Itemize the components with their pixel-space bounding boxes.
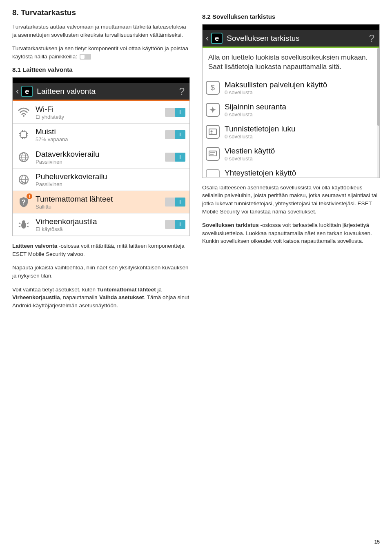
android-status-bar: [13, 78, 189, 83]
body-paragraph: Osalla laitteeseen asennetuista sovelluk…: [202, 184, 380, 215]
screenshot-device-audit: ‹ e Laitteen valvonta ? Wi-Fi Ei yhdiste…: [12, 77, 190, 236]
chip-icon: [16, 127, 31, 142]
row-title: Virheenkorjaustila: [36, 217, 165, 226]
section-heading: 8. Turvatarkastus: [12, 8, 190, 17]
toggle-paragraph-text: Turvatarkastuksen ja sen tietyt komponen…: [12, 45, 188, 60]
app-header[interactable]: ‹ e Laitteen valvonta ?: [13, 83, 189, 100]
svg-point-26: [211, 131, 213, 133]
scrollbar[interactable]: [377, 48, 379, 178]
device-row-debug-mode[interactable]: Virheenkorjaustila Ei käytössä: [13, 213, 189, 236]
row-sub: 0 sovellusta: [225, 89, 373, 95]
category-row-location[interactable]: Sijainnin seuranta 0 sovellusta: [203, 99, 377, 121]
row-sub: Sallittu: [36, 204, 165, 210]
svg-point-0: [23, 115, 24, 117]
row-sub: Ei yhdistetty: [36, 114, 165, 120]
eset-logo-icon: e: [211, 33, 223, 44]
body-text: , napauttamalla: [60, 294, 99, 300]
bold-term: Laitteen valvonta: [12, 243, 57, 249]
message-icon: [206, 147, 220, 161]
toggle-switch[interactable]: [165, 198, 185, 207]
body-text: ja: [156, 286, 162, 293]
svg-line-23: [27, 223, 29, 224]
category-row-contacts-cutoff[interactable]: Yhteystietojen käyttö: [203, 165, 377, 178]
body-paragraph: Napauta jokaista vaihtoehtoa, niin näet …: [12, 264, 190, 280]
row-sub: Ei käytössä: [36, 226, 165, 232]
wifi-icon: [16, 104, 31, 120]
subsection-heading-8-1: 8.1 Laitteen valvonta: [12, 66, 190, 73]
back-icon[interactable]: ‹: [206, 33, 209, 44]
row-title: Viestien käyttö: [225, 147, 373, 155]
row-title: Puheluverkkovierailu: [36, 172, 185, 181]
device-row-data-roaming[interactable]: Dataverkkovierailu Passiivinen: [13, 146, 189, 169]
back-icon[interactable]: ‹: [16, 86, 19, 97]
row-sub: 0 sovellusta: [225, 155, 373, 162]
eset-logo-icon: e: [21, 86, 33, 97]
app-header[interactable]: ‹ e Sovelluksen tarkistus ?: [203, 30, 379, 47]
row-title: Maksullisten palvelujen käyttö: [225, 80, 373, 89]
help-icon[interactable]: ?: [368, 33, 376, 44]
screenshot-intro-text: Alla on luettelo luokista sovellusoikeuk…: [203, 48, 377, 77]
row-title: Tuntemattomat lähteet: [36, 195, 165, 204]
id-card-icon: [206, 125, 220, 139]
svg-text:?: ?: [22, 199, 26, 206]
android-status-bar: [203, 24, 379, 30]
category-row-identity[interactable]: Tunnistetietojen luku 0 sovellusta: [203, 121, 377, 143]
svg-line-24: [27, 226, 29, 227]
app-header-title: Sovelluksen tarkistus: [227, 34, 367, 43]
row-sub: 0 sovellusta: [225, 133, 373, 140]
row-sub: Passiivinen: [36, 159, 165, 165]
svg-line-21: [19, 223, 20, 224]
scrollbar-thumb[interactable]: [377, 48, 379, 126]
body-text: Voit vaihtaa tietyt asetukset, kuten: [12, 286, 97, 293]
globe-phone-icon: [16, 172, 31, 187]
app-header-title: Laitteen valvonta: [37, 87, 177, 96]
device-row-call-roaming[interactable]: Puheluverkkovierailu Passiivinen: [13, 169, 189, 191]
toggle-icon-inline: [80, 54, 91, 60]
bold-term: Sovelluksen tarkistus: [202, 222, 259, 228]
bold-term: Virheenkorjaustila: [12, 294, 60, 300]
help-icon[interactable]: ?: [178, 86, 186, 97]
bold-term: Vaihda asetukset: [99, 294, 144, 300]
toggle-switch[interactable]: [165, 153, 185, 162]
toggle-switch[interactable]: [165, 130, 185, 139]
body-paragraph: Sovelluksen tarkistus -osiossa voit tark…: [202, 221, 380, 245]
unknown-sources-icon: ? !: [16, 194, 31, 210]
bold-term: Tuntemattomat lähteet: [97, 286, 156, 293]
row-title: Dataverkkovierailu: [36, 150, 165, 159]
contacts-icon: [206, 169, 220, 177]
device-row-unknown-sources[interactable]: ? ! Tuntemattomat lähteet Sallittu: [13, 191, 189, 213]
row-title: Tunnistetietojen luku: [225, 124, 373, 133]
toggle-paragraph: Turvatarkastuksen ja sen tietyt komponen…: [12, 44, 190, 60]
body-paragraph: Voit vaihtaa tietyt asetukset, kuten Tun…: [12, 286, 190, 310]
row-title: Yhteystietojen käyttö: [225, 169, 373, 178]
category-row-paid[interactable]: $ Maksullisten palvelujen käyttö 0 sovel…: [203, 77, 377, 99]
body-paragraph: Laitteen valvonta -osiossa voit määrittä…: [12, 242, 190, 258]
dollar-icon: $: [206, 81, 220, 95]
svg-rect-27: [209, 151, 216, 156]
svg-line-22: [19, 226, 20, 227]
row-sub: 0 sovellusta: [225, 111, 373, 118]
svg-rect-1: [21, 132, 27, 138]
svg-point-20: [22, 220, 25, 224]
subsection-heading-8-2: 8.2 Sovelluksen tarkistus: [202, 13, 380, 20]
device-row-wifi[interactable]: Wi-Fi Ei yhdistetty: [13, 101, 189, 124]
toggle-switch[interactable]: [165, 220, 185, 229]
screenshot-app-audit: ‹ e Sovelluksen tarkistus ? Alla on luet…: [202, 24, 380, 178]
bug-icon: [16, 217, 31, 232]
globe-icon: [16, 149, 31, 165]
intro-paragraph: Turvatarkastus auttaa valvomaan ja muutt…: [12, 23, 190, 39]
location-icon: [206, 103, 220, 117]
row-title: Wi-Fi: [36, 105, 165, 114]
page-number: 15: [374, 539, 380, 545]
row-title: Muisti: [36, 127, 165, 136]
category-row-messages[interactable]: Viestien käyttö 0 sovellusta: [203, 143, 377, 165]
row-sub: 57% vapaana: [36, 136, 165, 142]
row-title: Sijainnin seuranta: [225, 102, 373, 111]
warning-badge-icon: !: [27, 193, 32, 199]
row-sub: Passiivinen: [36, 181, 185, 187]
device-row-memory[interactable]: Muisti 57% vapaana: [13, 124, 189, 146]
svg-rect-25: [209, 129, 216, 135]
toggle-switch[interactable]: [165, 108, 185, 117]
